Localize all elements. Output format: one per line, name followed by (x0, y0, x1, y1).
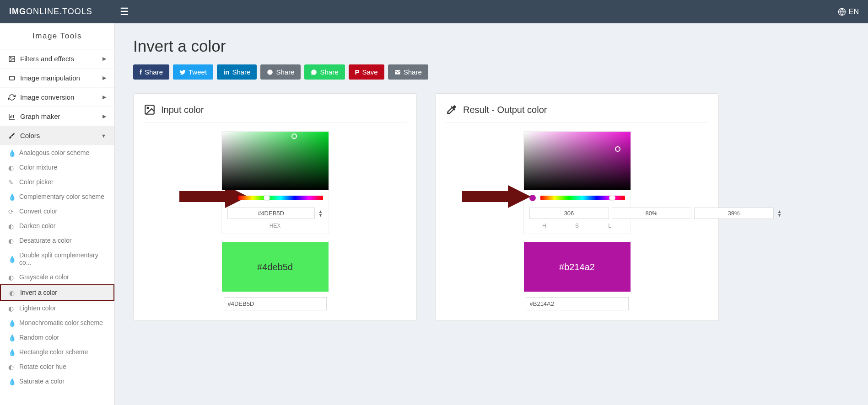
hue-slider[interactable] (540, 196, 625, 200)
drop-icon: 💧 (8, 378, 15, 384)
chart-icon (8, 113, 16, 120)
page-title: Invert a color (133, 37, 850, 55)
saturation-cursor[interactable] (615, 146, 620, 152)
share-email[interactable]: Share (388, 64, 428, 80)
output-panel-title: Result - Output color (463, 105, 547, 115)
h-label: H (529, 223, 560, 229)
subitem-rectangle[interactable]: 💧Rectangle color scheme (0, 345, 114, 359)
menu-toggle[interactable]: ☰ (120, 6, 129, 18)
contrast-icon: ◐ (8, 223, 15, 229)
contrast-icon: ◐ (8, 305, 15, 311)
subitem-invert[interactable]: ◐Invert a color (0, 284, 114, 301)
chevron-right-icon: ▶ (102, 56, 106, 62)
input-panel-title: Input color (161, 105, 204, 115)
hue-thumb[interactable] (264, 195, 270, 201)
share-whatsapp[interactable]: Share (304, 64, 345, 80)
s-label: S (562, 223, 592, 229)
saturation-area[interactable] (524, 132, 631, 190)
subitem-convert[interactable]: ⟳Convert color (0, 204, 114, 218)
brush-icon (8, 132, 16, 139)
svg-point-2 (11, 57, 11, 58)
share-twitter[interactable]: Tweet (173, 64, 213, 80)
sidebar-title: Image Tools (0, 23, 114, 49)
logo[interactable]: IMGONLINE.TOOLS (9, 7, 92, 16)
chevron-down-icon: ▼ (101, 133, 106, 139)
subitem-random[interactable]: 💧Random color (0, 330, 114, 345)
subitem-rotate-hue[interactable]: ◐Rotate color hue (0, 359, 114, 374)
format-spinner[interactable]: ▲▼ (318, 210, 323, 217)
drop-icon: 💧 (8, 193, 15, 200)
sidebar-item-graph[interactable]: Graph maker ▶ (0, 107, 114, 126)
eyedropper-icon: ✎ (8, 179, 15, 185)
arrow-annotation (462, 183, 531, 210)
chevron-right-icon: ▶ (102, 94, 106, 100)
subitem-lighten[interactable]: ◐Lighten color (0, 301, 114, 315)
contrast-icon: ◐ (8, 363, 15, 370)
hue-thumb[interactable] (609, 195, 615, 201)
image-icon (144, 104, 156, 116)
contrast-icon: ◐ (9, 289, 16, 296)
subitem-desaturate[interactable]: ◐Desaturate a color (0, 233, 114, 248)
svg-rect-3 (10, 76, 15, 80)
contrast-icon: ◐ (8, 274, 15, 280)
input-panel: Input color ▲▼ (133, 93, 417, 321)
contrast-icon: ◐ (8, 164, 15, 171)
subitem-darken[interactable]: ◐Darken color (0, 218, 114, 233)
eyedropper-icon (446, 104, 458, 116)
subitem-complementary[interactable]: 💧Complementary color scheme (0, 189, 114, 204)
drop-icon: 💧 (8, 334, 15, 341)
subitem-saturate[interactable]: 💧Saturate a color (0, 374, 114, 389)
refresh-icon (8, 94, 16, 101)
topbar: IMGONLINE.TOOLS ☰ EN (0, 0, 868, 23)
svg-point-7 (147, 107, 149, 109)
globe-icon (838, 8, 846, 16)
language-selector[interactable]: EN (838, 8, 859, 16)
input-color-value[interactable] (224, 297, 327, 310)
saturation-cursor[interactable] (291, 133, 297, 139)
sidebar-item-manipulation[interactable]: Image manipulation ▶ (0, 69, 114, 88)
drop-icon: 💧 (8, 256, 15, 262)
output-color-value[interactable] (526, 297, 629, 310)
sidebar-item-conversion[interactable]: Image conversion ▶ (0, 88, 114, 107)
subitem-analogous[interactable]: 💧Analogous color scheme (0, 145, 114, 160)
share-pinterest[interactable]: PSave (349, 64, 384, 80)
subitem-mixture[interactable]: ◐Color mixture (0, 160, 114, 175)
chevron-right-icon: ▶ (102, 113, 106, 119)
content: Invert a color fShare Tweet inShare Shar… (115, 23, 868, 405)
l-label: L (595, 223, 625, 229)
s-input[interactable] (612, 208, 691, 219)
share-linkedin[interactable]: inShare (217, 64, 257, 80)
sidebar-item-label: Filters and effects (20, 55, 74, 63)
image-icon (8, 55, 16, 63)
input-swatch: #4deb5d (222, 242, 329, 292)
hex-label: HEX (227, 223, 323, 229)
color-picker-output: ▲▼ H S L (523, 131, 631, 234)
sidebar-item-label: Colors (20, 132, 40, 139)
drop-icon: 💧 (8, 349, 15, 355)
h-input[interactable] (529, 208, 609, 219)
hue-slider[interactable] (238, 196, 323, 200)
format-spinner[interactable]: ▲▼ (777, 210, 782, 217)
svg-point-4 (268, 69, 273, 75)
saturation-area[interactable] (222, 132, 329, 190)
color-picker-input: ▲▼ HEX (221, 131, 329, 234)
drop-icon: 💧 (8, 320, 15, 326)
subitem-picker[interactable]: ✎Color picker (0, 175, 114, 189)
sidebar: Image Tools Filters and effects ▶ Image … (0, 23, 115, 405)
share-row: fShare Tweet inShare Share Share PSave S… (133, 64, 850, 80)
sidebar-item-label: Graph maker (20, 112, 60, 120)
subitem-double-split[interactable]: 💧Double split complementary co... (0, 248, 114, 270)
subitem-grayscale[interactable]: ◐Grayscale a color (0, 270, 114, 284)
share-facebook[interactable]: fShare (133, 64, 169, 80)
refresh-icon: ⟳ (8, 208, 15, 214)
share-reddit[interactable]: Share (260, 64, 301, 80)
l-input[interactable] (694, 208, 774, 219)
sidebar-item-colors[interactable]: Colors ▼ (0, 126, 114, 145)
output-panel: Result - Output color (435, 93, 719, 321)
sidebar-item-label: Image conversion (20, 93, 74, 101)
chevron-right-icon: ▶ (102, 75, 106, 81)
crop-icon (8, 75, 16, 82)
subitem-monochromatic[interactable]: 💧Monochromatic color scheme (0, 315, 114, 330)
language-label: EN (849, 8, 859, 16)
sidebar-item-filters[interactable]: Filters and effects ▶ (0, 49, 114, 69)
